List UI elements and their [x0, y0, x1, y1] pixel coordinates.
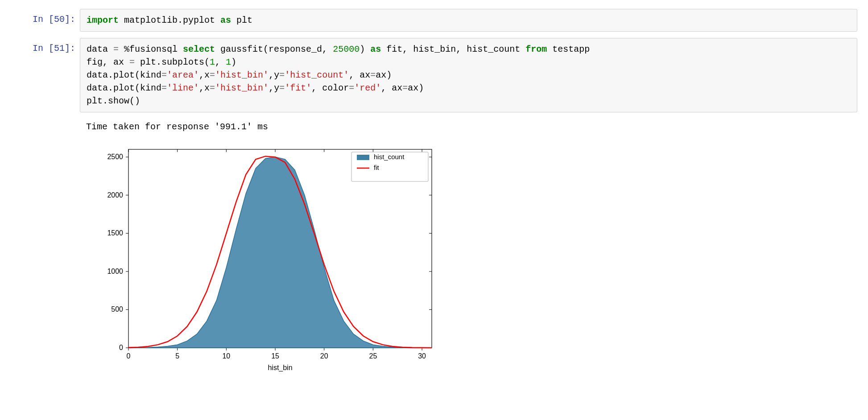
- svg-text:30: 30: [418, 352, 426, 360]
- prompt-label: In [51]:: [33, 43, 75, 54]
- code-cell: In [50]: import matplotlib.pyplot as plt: [0, 9, 868, 32]
- svg-text:2500: 2500: [107, 153, 123, 161]
- legend-label: fit: [374, 164, 380, 171]
- svg-text:1000: 1000: [107, 268, 123, 275]
- series-area: [128, 157, 432, 348]
- svg-text:15: 15: [271, 352, 279, 360]
- svg-text:20: 20: [320, 352, 328, 360]
- code-cell: In [51]: data = %fusionsql select gaussf…: [0, 38, 868, 112]
- code-input[interactable]: import matplotlib.pyplot as plt: [80, 9, 857, 32]
- svg-text:500: 500: [111, 305, 123, 313]
- svg-text:0: 0: [127, 352, 131, 360]
- empty-prompt: [11, 119, 80, 124]
- cell-prompt: In [51]:: [11, 38, 80, 54]
- legend-swatch-area: [357, 155, 369, 160]
- svg-text:2000: 2000: [107, 191, 123, 199]
- matplotlib-chart: 05101520253005001000150020002500hist_bin…: [86, 138, 441, 379]
- cell-prompt: In [50]:: [11, 9, 80, 25]
- svg-text:5: 5: [175, 352, 179, 360]
- output-text: Time taken for response '991.1' ms: [86, 120, 851, 134]
- code-input[interactable]: data = %fusionsql select gaussfit(respon…: [80, 38, 857, 112]
- svg-text:10: 10: [222, 352, 230, 360]
- notebook: In [50]: import matplotlib.pyplot as plt…: [0, 0, 868, 405]
- svg-text:0: 0: [119, 344, 123, 351]
- x-axis-label: hist_bin: [268, 364, 292, 372]
- prompt-label: In [50]:: [33, 14, 75, 25]
- svg-text:25: 25: [369, 352, 377, 360]
- legend-label: hist_count: [374, 153, 405, 161]
- output-area: Time taken for response '991.1' ms 05101…: [80, 119, 857, 381]
- svg-text:1500: 1500: [107, 229, 123, 237]
- output-cell: Time taken for response '991.1' ms 05101…: [0, 119, 868, 381]
- chart-wrap: 05101520253005001000150020002500hist_bin…: [86, 138, 851, 379]
